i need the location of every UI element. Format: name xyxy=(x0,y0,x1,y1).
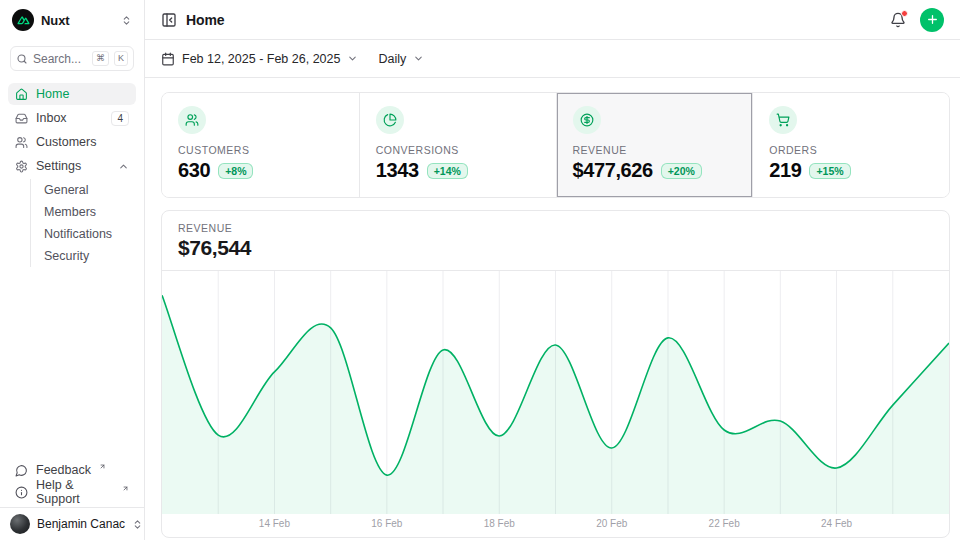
chart-value: $76,544 xyxy=(178,236,933,260)
sidebar: Nuxt Search... ⌘ K Home Inbox 4 xyxy=(0,0,145,540)
gear-icon xyxy=(15,160,28,173)
stat-value: 219 xyxy=(769,159,801,182)
stats-panel: CUSTOMERS 630 +8% CONVERSIONS 1343 +14% xyxy=(161,92,950,198)
stat-value: $477,626 xyxy=(573,159,653,182)
notification-dot xyxy=(901,10,908,17)
info-icon xyxy=(15,486,28,499)
header-actions xyxy=(888,8,944,32)
sidebar-item-settings[interactable]: Settings xyxy=(8,155,136,177)
chart-label: REVENUE xyxy=(178,222,933,234)
user-menu-button[interactable]: Benjamin Canac xyxy=(10,514,134,534)
x-axis-label: 24 Feb xyxy=(821,518,852,529)
revenue-area-chart[interactable] xyxy=(162,271,949,514)
calendar-icon xyxy=(161,52,175,66)
x-axis-label: 18 Feb xyxy=(484,518,515,529)
home-icon xyxy=(15,88,28,101)
page-header: Home xyxy=(145,0,960,40)
stat-card-conversions[interactable]: CONVERSIONS 1343 +14% xyxy=(359,93,556,197)
user-name: Benjamin Canac xyxy=(37,517,125,531)
help-support-label: Help & Support xyxy=(36,478,114,506)
chart-svg xyxy=(162,271,949,514)
settings-sub-nav: General Members Notifications Security xyxy=(30,179,136,267)
inbox-count-badge: 4 xyxy=(111,111,129,126)
inbox-icon xyxy=(15,112,28,125)
x-axis-label: 14 Feb xyxy=(259,518,290,529)
chevron-down-icon xyxy=(413,53,424,64)
sidebar-item-label: Inbox xyxy=(36,111,67,125)
stat-delta-badge: +20% xyxy=(661,163,702,179)
period-select[interactable]: Daily xyxy=(378,52,424,66)
sidebar-item-security[interactable]: Security xyxy=(31,245,136,267)
chevron-down-icon xyxy=(347,53,358,64)
stat-value: 1343 xyxy=(376,159,419,182)
period-value: Daily xyxy=(378,52,406,66)
sidebar-item-members[interactable]: Members xyxy=(31,201,136,223)
dollar-circle-icon xyxy=(573,106,601,134)
collapse-sidebar-button[interactable] xyxy=(161,12,177,28)
stat-delta-badge: +14% xyxy=(427,163,468,179)
shopping-cart-icon xyxy=(769,106,797,134)
kbd-cmd: ⌘ xyxy=(92,51,109,66)
stat-card-orders[interactable]: ORDERS 219 +15% xyxy=(752,93,949,197)
sidebar-item-home[interactable]: Home xyxy=(8,83,136,105)
workspace-name: Nuxt xyxy=(41,13,70,28)
page-title: Home xyxy=(186,12,225,28)
feedback-label: Feedback xyxy=(36,463,91,477)
kbd-k: K xyxy=(114,51,128,66)
revenue-chart-card: REVENUE $76,544 14 Feb16 Feb18 Feb20 Feb… xyxy=(161,210,950,538)
stat-label: ORDERS xyxy=(769,144,933,156)
sidebar-item-notifications[interactable]: Notifications xyxy=(31,223,136,245)
stat-delta-badge: +15% xyxy=(809,163,850,179)
filters-toolbar: Feb 12, 2025 - Feb 26, 2025 Daily xyxy=(145,40,960,78)
stat-value: 630 xyxy=(178,159,210,182)
sidebar-nav: Home Inbox 4 Customers Settings Gener xyxy=(0,83,144,267)
chevrons-up-down-icon xyxy=(132,519,143,530)
pie-chart-icon xyxy=(376,106,404,134)
external-link-icon xyxy=(122,485,129,492)
add-button[interactable] xyxy=(920,8,944,32)
sidebar-item-general[interactable]: General xyxy=(31,179,136,201)
chart-x-axis: 14 Feb16 Feb18 Feb20 Feb22 Feb24 Feb xyxy=(162,514,949,534)
stat-label: CUSTOMERS xyxy=(178,144,343,156)
workspace-switcher[interactable]: Nuxt xyxy=(0,0,144,40)
x-axis-label: 16 Feb xyxy=(371,518,402,529)
stat-card-customers[interactable]: CUSTOMERS 630 +8% xyxy=(162,93,359,197)
date-range-picker[interactable]: Feb 12, 2025 - Feb 26, 2025 xyxy=(161,52,358,66)
users-icon xyxy=(178,106,206,134)
nuxt-logo-icon xyxy=(12,9,34,31)
sidebar-spacer xyxy=(0,267,144,459)
search-input[interactable]: Search... ⌘ K xyxy=(10,46,134,71)
date-range-value: Feb 12, 2025 - Feb 26, 2025 xyxy=(182,52,340,66)
stat-delta-badge: +8% xyxy=(218,163,253,179)
x-axis-label: 22 Feb xyxy=(709,518,740,529)
sidebar-footer-links: Feedback Help & Support xyxy=(0,459,144,507)
users-icon xyxy=(15,136,28,149)
search-placeholder: Search... xyxy=(33,52,87,66)
stat-label: CONVERSIONS xyxy=(376,144,540,156)
help-support-link[interactable]: Help & Support xyxy=(8,481,136,503)
chart-header: REVENUE $76,544 xyxy=(162,211,949,271)
chevron-up-icon xyxy=(118,161,129,172)
dashboard-content: CUSTOMERS 630 +8% CONVERSIONS 1343 +14% xyxy=(145,78,960,538)
sidebar-item-label: Home xyxy=(36,87,69,101)
sidebar-user-section: Benjamin Canac xyxy=(0,507,144,540)
message-circle-icon xyxy=(15,464,28,477)
main-area: Home Feb 12, 2025 - Feb 26, 2025 Daily xyxy=(145,0,960,540)
chevrons-up-down-icon xyxy=(121,15,132,26)
sidebar-item-customers[interactable]: Customers xyxy=(8,131,136,153)
search-icon xyxy=(16,53,28,65)
sidebar-item-label: Customers xyxy=(36,135,96,149)
avatar xyxy=(10,514,30,534)
x-axis-label: 20 Feb xyxy=(596,518,627,529)
notifications-button[interactable] xyxy=(888,10,908,30)
sidebar-item-label: Settings xyxy=(36,159,81,173)
stat-label: REVENUE xyxy=(573,144,737,156)
stat-card-revenue[interactable]: REVENUE $477,626 +20% xyxy=(556,93,753,197)
sidebar-item-inbox[interactable]: Inbox 4 xyxy=(8,107,136,129)
external-link-icon xyxy=(99,463,106,470)
